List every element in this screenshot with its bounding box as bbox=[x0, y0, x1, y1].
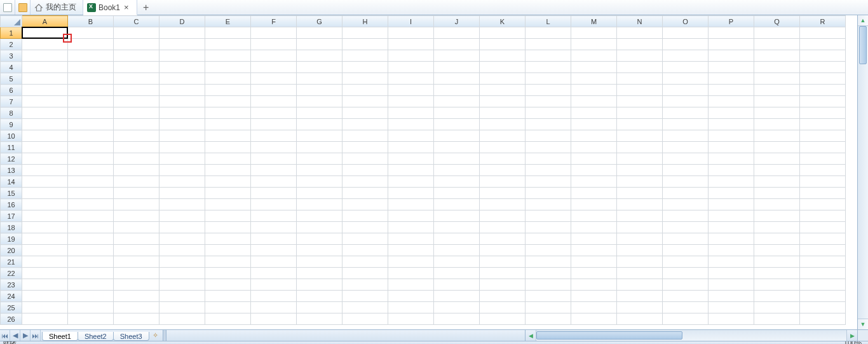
cell-C25[interactable] bbox=[114, 302, 159, 313]
cell-F13[interactable] bbox=[251, 165, 297, 176]
cell-G3[interactable] bbox=[297, 50, 342, 62]
cell-E10[interactable] bbox=[205, 130, 251, 142]
cell-O16[interactable] bbox=[663, 199, 709, 210]
cell-P21[interactable] bbox=[709, 256, 754, 268]
row-header-21[interactable]: 21 bbox=[1, 256, 22, 268]
cell-F8[interactable] bbox=[251, 107, 297, 119]
row-header-17[interactable]: 17 bbox=[1, 210, 22, 222]
cell-K25[interactable] bbox=[480, 302, 526, 313]
cell-P1[interactable] bbox=[709, 27, 754, 39]
row-header-23[interactable]: 23 bbox=[1, 279, 22, 291]
cell-M22[interactable] bbox=[571, 268, 617, 279]
cell-N20[interactable] bbox=[617, 245, 663, 256]
cell-N19[interactable] bbox=[617, 233, 663, 245]
cell-P25[interactable] bbox=[709, 302, 754, 313]
cell-K20[interactable] bbox=[480, 245, 526, 256]
cell-I15[interactable] bbox=[388, 188, 434, 199]
cell-Q7[interactable] bbox=[754, 96, 800, 107]
cell-J17[interactable] bbox=[434, 210, 480, 222]
cell-E26[interactable] bbox=[205, 313, 251, 325]
cell-K18[interactable] bbox=[480, 222, 526, 233]
cell-B8[interactable] bbox=[68, 107, 114, 119]
cell-H15[interactable] bbox=[342, 188, 388, 199]
tab-home[interactable]: 我的主页 bbox=[31, 0, 83, 15]
cell-R5[interactable] bbox=[800, 73, 846, 85]
cell-I11[interactable] bbox=[388, 142, 434, 153]
cell-C4[interactable] bbox=[114, 62, 159, 73]
cell-A19[interactable] bbox=[22, 233, 68, 245]
cell-I2[interactable] bbox=[388, 39, 434, 50]
column-header-F[interactable]: F bbox=[251, 16, 297, 27]
cell-E22[interactable] bbox=[205, 268, 251, 279]
cell-L15[interactable] bbox=[526, 188, 571, 199]
cell-C24[interactable] bbox=[114, 291, 159, 302]
cell-O21[interactable] bbox=[663, 256, 709, 268]
cell-G1[interactable] bbox=[297, 27, 342, 39]
cell-H8[interactable] bbox=[342, 107, 388, 119]
cell-O12[interactable] bbox=[663, 153, 709, 165]
cell-Q10[interactable] bbox=[754, 130, 800, 142]
row-header-3[interactable]: 3 bbox=[1, 50, 22, 62]
cell-L21[interactable] bbox=[526, 256, 571, 268]
cell-A25[interactable] bbox=[22, 302, 68, 313]
cell-A23[interactable] bbox=[22, 279, 68, 291]
cell-B6[interactable] bbox=[68, 85, 114, 96]
cell-Q6[interactable] bbox=[754, 85, 800, 96]
cell-O9[interactable] bbox=[663, 119, 709, 130]
cell-M13[interactable] bbox=[571, 165, 617, 176]
cell-O14[interactable] bbox=[663, 176, 709, 188]
cell-C21[interactable] bbox=[114, 256, 159, 268]
cell-A22[interactable] bbox=[22, 268, 68, 279]
cell-P24[interactable] bbox=[709, 291, 754, 302]
cell-P14[interactable] bbox=[709, 176, 754, 188]
cell-J4[interactable] bbox=[434, 62, 480, 73]
cell-A16[interactable] bbox=[22, 199, 68, 210]
cell-F1[interactable] bbox=[251, 27, 297, 39]
cell-R1[interactable] bbox=[800, 27, 846, 39]
cell-L11[interactable] bbox=[526, 142, 571, 153]
cell-E12[interactable] bbox=[205, 153, 251, 165]
cell-J2[interactable] bbox=[434, 39, 480, 50]
cell-N13[interactable] bbox=[617, 165, 663, 176]
cell-A2[interactable] bbox=[22, 39, 68, 50]
cell-M8[interactable] bbox=[571, 107, 617, 119]
cell-D25[interactable] bbox=[159, 302, 205, 313]
cell-L4[interactable] bbox=[526, 62, 571, 73]
row-header-15[interactable]: 15 bbox=[1, 188, 22, 199]
cell-G23[interactable] bbox=[297, 279, 342, 291]
cell-E23[interactable] bbox=[205, 279, 251, 291]
cell-L14[interactable] bbox=[526, 176, 571, 188]
cell-H2[interactable] bbox=[342, 39, 388, 50]
cell-O10[interactable] bbox=[663, 130, 709, 142]
cell-J23[interactable] bbox=[434, 279, 480, 291]
cell-M18[interactable] bbox=[571, 222, 617, 233]
cell-N4[interactable] bbox=[617, 62, 663, 73]
cell-K8[interactable] bbox=[480, 107, 526, 119]
cell-I17[interactable] bbox=[388, 210, 434, 222]
cell-H16[interactable] bbox=[342, 199, 388, 210]
cell-Q25[interactable] bbox=[754, 302, 800, 313]
cell-D19[interactable] bbox=[159, 233, 205, 245]
cell-L1[interactable] bbox=[526, 27, 571, 39]
cell-G25[interactable] bbox=[297, 302, 342, 313]
cell-R3[interactable] bbox=[800, 50, 846, 62]
cell-J9[interactable] bbox=[434, 119, 480, 130]
row-header-2[interactable]: 2 bbox=[1, 39, 22, 50]
cell-L3[interactable] bbox=[526, 50, 571, 62]
cell-E19[interactable] bbox=[205, 233, 251, 245]
cell-F4[interactable] bbox=[251, 62, 297, 73]
cell-K3[interactable] bbox=[480, 50, 526, 62]
cell-G6[interactable] bbox=[297, 85, 342, 96]
cell-E21[interactable] bbox=[205, 256, 251, 268]
cell-N22[interactable] bbox=[617, 268, 663, 279]
cell-F5[interactable] bbox=[251, 73, 297, 85]
cell-A12[interactable] bbox=[22, 153, 68, 165]
cell-L22[interactable] bbox=[526, 268, 571, 279]
cell-H22[interactable] bbox=[342, 268, 388, 279]
cell-D26[interactable] bbox=[159, 313, 205, 325]
row-header-10[interactable]: 10 bbox=[1, 130, 22, 142]
cell-R17[interactable] bbox=[800, 210, 846, 222]
cell-Q14[interactable] bbox=[754, 176, 800, 188]
cell-F10[interactable] bbox=[251, 130, 297, 142]
cell-F23[interactable] bbox=[251, 279, 297, 291]
